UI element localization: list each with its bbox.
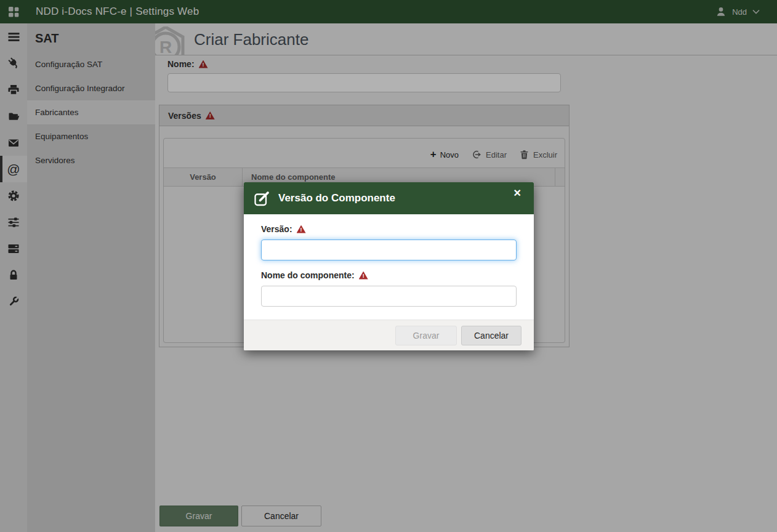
required-warning-icon [359,272,368,280]
modal-body: Versão: Nome do componente: [244,214,534,320]
modal-gravar-button[interactable]: Gravar [395,326,457,345]
edit-pencil-square-icon [254,190,270,207]
modal-title: Versão do Componente [278,192,395,204]
versao-label: Versão: [261,224,292,234]
modal-header: Versão do Componente ✕ [244,182,534,214]
modal-cancelar-button[interactable]: Cancelar [461,326,521,345]
versao-componente-modal: Versão do Componente ✕ Versão: Nome do c… [244,182,534,350]
required-warning-icon [297,225,306,233]
close-icon[interactable]: ✕ [511,187,524,200]
nome-componente-input[interactable] [261,286,517,307]
app-window: NDD i-Docs NFC-e | Settings Web Ndd [0,0,777,532]
nome-componente-label-row: Nome do componente: [261,270,517,280]
modal-footer: Gravar Cancelar [244,320,534,350]
nome-componente-label: Nome do componente: [261,270,355,280]
versao-label-row: Versão: [261,224,517,234]
versao-input[interactable] [261,240,517,260]
